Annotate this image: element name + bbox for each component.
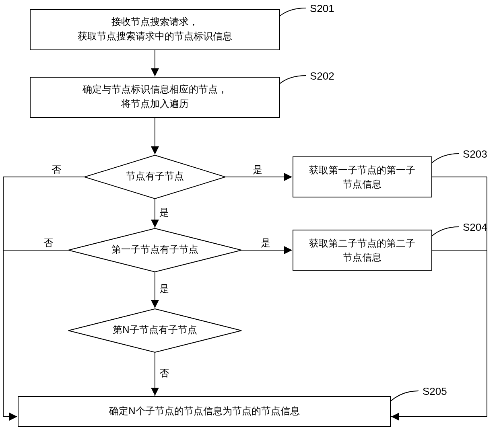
- step-s204-box: [293, 230, 432, 270]
- d1-yes-label: 是: [253, 164, 262, 175]
- d3-bottom-label: 否: [159, 368, 169, 378]
- callout-s202: [280, 76, 306, 84]
- decision-d1-text: 节点有子节点: [126, 171, 184, 181]
- d2-bottom-label: 是: [159, 283, 169, 294]
- d2-yes-label: 是: [261, 237, 270, 248]
- step-s201-label: S201: [310, 2, 334, 14]
- step-s204-line1: 获取第二子节点的第二子: [309, 238, 415, 249]
- callout-s203: [432, 154, 459, 163]
- step-s203-line1: 获取第一子节点的第一子: [309, 164, 415, 175]
- step-s202-line1: 确定与节点标识信息相应的节点，: [82, 84, 227, 95]
- d1-no-label: 否: [52, 164, 61, 175]
- step-s202-box: [30, 77, 280, 117]
- step-s201-line1: 接收节点搜索请求，: [111, 16, 198, 27]
- step-s201-box: [30, 10, 280, 50]
- step-s203-label: S203: [463, 148, 487, 160]
- arrow-d1-no: [3, 177, 85, 417]
- decision-d2-text: 第一子节点有子节点: [111, 244, 198, 255]
- step-s203-line2: 节点信息: [343, 179, 381, 189]
- callout-s205: [390, 391, 419, 401]
- callout-s201: [280, 8, 306, 16]
- step-s205-text: 确定N个子节点的节点信息为节点的节点信息: [109, 405, 299, 416]
- step-s202-label: S202: [310, 70, 334, 82]
- step-s201-line2: 获取节点搜索请求中的节点标识信息: [78, 31, 232, 41]
- step-s203-box: [293, 157, 432, 197]
- decision-d3-text: 第N子节点有子节点: [113, 324, 197, 335]
- flowchart-canvas: 接收节点搜索请求， 获取节点搜索请求中的节点标识信息 S201 确定与节点标识信…: [0, 0, 499, 448]
- step-s202-line2: 将节点加入遍历: [121, 98, 189, 109]
- step-s204-line2: 节点信息: [343, 252, 381, 263]
- d1-bottom-label: 是: [159, 207, 169, 218]
- d2-no-label: 否: [43, 237, 53, 248]
- step-s205-label: S205: [423, 385, 447, 397]
- callout-s204: [432, 227, 459, 236]
- step-s204-label: S204: [463, 221, 487, 233]
